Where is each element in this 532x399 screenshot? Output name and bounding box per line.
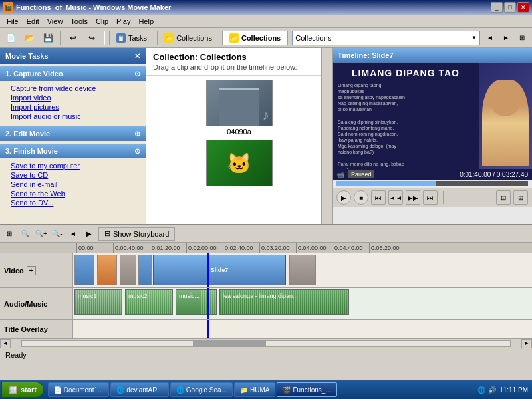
save-button[interactable]: 💾 [40,31,56,45]
audio-track: Audio/Music music1 music2 music... lea s… [0,288,532,320]
video-clip-5[interactable] [289,255,316,285]
toolbar-separator-1 [60,31,61,45]
capture-from-device-link[interactable]: Capture from video device [11,84,135,93]
prev-clip-button[interactable]: ◄ [66,228,80,240]
timeline-scrollbar: ◄ ► [0,338,532,348]
menu-file[interactable]: File [3,16,23,27]
slide7-clip[interactable]: Slide7 [153,255,286,285]
nav-back-button[interactable]: ◄ [483,31,497,45]
vertical-scrollbar[interactable] [321,48,332,224]
split-button[interactable]: ⊡ [496,190,511,205]
timeline-ruler: 00:00 0:00:40.00 0:01:20.00 0:02:00.00 0… [0,243,532,253]
save-cd-link[interactable]: Save to CD [11,170,135,180]
menu-clip[interactable]: Clip [92,16,112,27]
menu-play[interactable]: Play [112,16,134,27]
nav-buttons: ◄ ► ⊞ [483,31,529,45]
nav-view-button[interactable]: ⊞ [515,31,529,45]
menu-edit[interactable]: Edit [23,16,43,27]
collections-dropdown[interactable]: Collections ▼ [292,31,480,45]
list-item[interactable] [150,140,328,186]
minimize-button[interactable]: _ [491,2,503,13]
preview-panel: Timeline: Slide7 LIMANG DIPANG TAO Liman… [332,48,532,224]
finish-section-header[interactable]: 3. Finish Movie ⊙ [0,144,146,158]
scrollbar-track[interactable] [21,340,511,347]
audio-clip-3[interactable]: music... [176,289,217,315]
video-clip-4[interactable] [138,255,152,285]
document-icon: 📄 [54,386,62,394]
audio-clip-2[interactable]: music2 [125,289,173,315]
rewind-button[interactable]: ⏮ [371,190,386,205]
zoom-in-button[interactable]: 🔍+ [35,228,48,240]
timeline-area: ⊞ 🔍 🔍+ 🔍- ◄ ▶ ⊟ Show Storyboard 00:00 0:… [0,224,532,348]
close-button[interactable]: ✕ [517,2,529,13]
fullscreen-button[interactable]: ⊞ [513,190,528,205]
next-frame-button[interactable]: ▶▶ [406,190,420,205]
scroll-right-button[interactable]: ► [521,339,532,348]
list-item[interactable]: ♪ 04090a [150,80,328,136]
undo-button[interactable]: ↩ [65,31,81,45]
menu-tools[interactable]: Tools [66,16,92,27]
stop-button[interactable]: ■ [354,190,368,205]
capture-section-header[interactable]: 1. Capture Video ⊙ [0,66,146,81]
send-dv-link[interactable]: Send to DV... [11,198,135,207]
network-icon: 🌐 [477,385,486,394]
video-clip-1[interactable] [74,255,94,285]
new-button[interactable]: 📄 [3,31,19,45]
zoom-out-button[interactable]: 🔍- [51,228,64,240]
timeline-btn-1[interactable]: ⊞ [3,228,16,240]
send-web-link[interactable]: Send to the Web [11,189,135,198]
import-audio-link[interactable]: Import audio or music [11,112,135,121]
ruler-mark-5: 0:03:20.00 [259,243,296,253]
import-video-link[interactable]: Import video [11,93,135,102]
timeline-btn-2[interactable]: 🔍 [19,228,32,240]
video-add-button[interactable]: + [27,266,36,275]
tab-collections-1[interactable]: 📁 Collections [157,31,219,45]
taskbar-item-functions[interactable]: 🎬 Functions_... [277,382,336,397]
capture-items: Capture from video device Import video I… [0,81,146,124]
capture-section: 1. Capture Video ⊙ Capture from video de… [0,66,146,124]
tab-tasks[interactable]: 📋 Tasks [109,31,154,45]
scroll-left-button[interactable]: ◄ [0,339,11,348]
menu-help[interactable]: Help [134,16,158,27]
scrollbar-thumb[interactable] [193,341,266,346]
audio-clip-4[interactable]: lea salonga - limang dipan... [219,289,349,315]
preview-title: Timeline: Slide7 [338,51,394,59]
taskbar-item-document[interactable]: 📄 Document1... [48,382,109,397]
prev-frame-button[interactable]: ◄◄ [388,190,403,205]
fast-forward-button[interactable]: ⏭ [423,190,438,205]
audio-clip-1[interactable]: music1 [74,289,122,315]
ruler-mark-7: 0:04:40.00 [332,243,369,253]
ruler-mark-1: 0:00:40.00 [113,243,150,253]
collapse-icon: ⊙ [134,70,140,78]
panel-close-button[interactable]: ✕ [134,52,140,61]
video-clip-3[interactable] [120,255,136,285]
tab-collections-2[interactable]: 📁 Collections [222,31,288,45]
maximize-button[interactable]: □ [504,2,516,13]
title-overlay-label: Title Overlay [0,320,73,338]
huma-label: HUMA [250,386,269,394]
menu-view[interactable]: View [43,16,67,27]
document-label: Document1... [64,386,103,394]
open-button[interactable]: 📂 [21,31,37,45]
volume-icon: 🔊 [487,385,497,394]
taskbar-item-google[interactable]: 🌐 Google Sea... [170,382,233,397]
progress-bar[interactable] [336,181,528,186]
taskbar: 🪟 start 📄 Document1... 🌐 deviantAR... 🌐 … [0,380,532,399]
send-email-link[interactable]: Send in e-mail [11,180,135,189]
edit-section-header[interactable]: 2. Edit Movie ⊕ [0,126,146,141]
play-timeline-button[interactable]: ▶ [82,228,96,240]
video-title: LIMANG DIPANG TAO [338,68,473,78]
import-pictures-link[interactable]: Import pictures [11,102,135,112]
playhead[interactable] [207,253,209,287]
show-storyboard-button[interactable]: ⊟ Show Storyboard [98,227,175,241]
redo-button[interactable]: ↪ [84,31,100,45]
start-button[interactable]: 🪟 start [1,382,44,398]
play-button[interactable]: ▶ [336,190,351,205]
video-clip-2[interactable] [97,255,117,285]
taskbar-item-deviantar[interactable]: 🌐 deviantAR... [110,382,168,397]
save-computer-link[interactable]: Save to my computer [11,161,135,170]
tab-tasks-label: Tasks [128,34,147,42]
deviantar-label: deviantAR... [126,386,162,394]
taskbar-item-huma[interactable]: 📁 HUMA [234,382,275,397]
nav-forward-button[interactable]: ► [499,31,513,45]
